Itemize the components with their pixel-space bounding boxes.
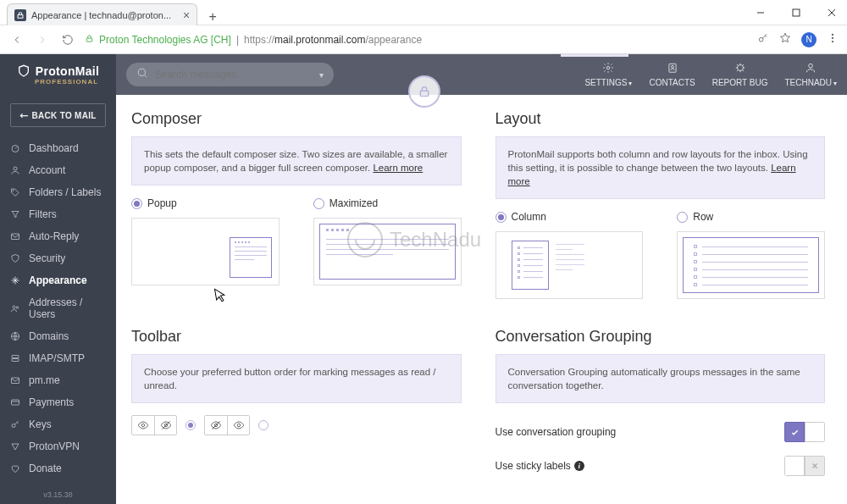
tab-close-icon[interactable]: × <box>183 8 190 22</box>
close-button[interactable] <box>820 3 844 23</box>
tab-title: Appearance | technadu@proton... <box>31 10 171 20</box>
radio-composer-popup[interactable]: Popup <box>131 197 280 209</box>
search-input[interactable] <box>155 69 313 80</box>
svg-point-34 <box>237 424 241 428</box>
toolbar-section: Toolbar Choose your preferred button ord… <box>131 328 462 483</box>
radio-layout-column[interactable]: Column <box>495 211 644 223</box>
svg-point-14 <box>13 306 15 308</box>
composer-learn-more-link[interactable]: Learn more <box>373 163 423 173</box>
svg-point-21 <box>12 424 15 428</box>
active-indicator <box>561 54 628 57</box>
envelope-icon <box>10 231 20 241</box>
toolbar-title: Toolbar <box>131 328 462 346</box>
nav-reload-button[interactable] <box>59 31 76 48</box>
preview-maximized[interactable] <box>313 218 462 285</box>
svg-point-24 <box>607 66 611 69</box>
gear-icon <box>602 62 614 76</box>
nav-settings[interactable]: SETTINGS▾ <box>584 62 632 87</box>
sidebar-item-dashboard[interactable]: Dashboard <box>0 137 116 159</box>
nav-back-button[interactable] <box>8 31 25 48</box>
svg-point-12 <box>13 191 14 191</box>
svg-point-9 <box>832 41 833 42</box>
layout-info: ProtonMail supports both column and row … <box>495 136 826 199</box>
new-tab-button[interactable]: + <box>204 8 221 25</box>
server-icon <box>10 353 20 363</box>
svg-point-8 <box>832 37 833 39</box>
sidebar-item-pmme[interactable]: pm.me <box>0 369 116 391</box>
sidebar-item-domains[interactable]: Domains <box>0 325 116 347</box>
radio-layout-row[interactable]: Row <box>677 211 825 223</box>
search-icon <box>136 67 148 82</box>
svg-point-7 <box>832 34 833 36</box>
close-icon <box>805 456 825 476</box>
nav-contacts[interactable]: CONTACTS <box>649 62 695 87</box>
eye-closed-icon <box>154 416 176 435</box>
eye-open-icon <box>227 416 249 435</box>
back-to-mail-button[interactable]: 🡐 BACK TO MAIL <box>10 103 106 127</box>
preview-row[interactable] <box>677 231 825 299</box>
favicon-icon <box>14 9 26 21</box>
svg-point-11 <box>14 167 17 170</box>
sidebar-item-folders[interactable]: Folders / Labels <box>0 181 116 203</box>
sidebar-item-addresses[interactable]: Addresses / Users <box>0 291 116 325</box>
tag-icon <box>10 187 20 197</box>
url-bar[interactable]: Proton Technologies AG [CH] | https://ma… <box>85 34 749 46</box>
sidebar-item-appearance[interactable]: Appearance <box>0 269 116 291</box>
sidebar-item-autoreply[interactable]: Auto-Reply <box>0 225 116 247</box>
contacts-icon <box>667 62 678 76</box>
sidebar: ProtonMail PROFESSIONAL 🡐 BACK TO MAIL D… <box>0 54 116 504</box>
sidebar-item-account[interactable]: Account <box>0 159 116 181</box>
key-icon[interactable] <box>757 32 769 47</box>
users-icon <box>10 303 20 313</box>
info-icon[interactable]: i <box>574 461 584 471</box>
toolbar-order-unread-read[interactable] <box>204 415 250 435</box>
layout-section: Layout ProtonMail supports both column a… <box>495 110 826 299</box>
toggle-sticky-labels[interactable] <box>784 456 825 476</box>
radio-toolbar-option-2[interactable] <box>258 420 268 430</box>
sidebar-item-protonvpn[interactable]: ProtonVPN <box>0 435 116 457</box>
eye-closed-icon <box>205 416 227 435</box>
radio-composer-maximized[interactable]: Maximized <box>313 197 462 209</box>
radio-icon <box>495 212 507 223</box>
site-lock-icon <box>85 34 94 46</box>
profile-avatar[interactable]: N <box>801 32 817 47</box>
top-bar: ▾ SETTINGS▾ CONTACTS REPORT BUG TECHNADU… <box>116 54 847 95</box>
svg-point-29 <box>141 424 145 428</box>
brand-logo: ProtonMail PROFESSIONAL <box>0 54 116 95</box>
conversation-info: Conversation Grouping automatically grou… <box>495 354 826 403</box>
svg-rect-2 <box>793 9 800 16</box>
sidebar-item-payments[interactable]: Payments <box>0 391 116 413</box>
minimize-button[interactable] <box>749 3 772 23</box>
radio-icon <box>677 212 688 223</box>
svg-point-27 <box>737 65 743 71</box>
preview-column[interactable] <box>495 231 644 299</box>
nav-user-menu[interactable]: TECHNADU▾ <box>784 62 837 87</box>
svg-rect-13 <box>12 234 19 240</box>
star-icon[interactable] <box>779 32 791 47</box>
nav-forward-button[interactable] <box>34 31 51 48</box>
radio-icon <box>131 198 142 209</box>
sidebar-item-filters[interactable]: Filters <box>0 203 116 225</box>
toggle-conversation-grouping[interactable] <box>784 422 825 442</box>
menu-icon[interactable] <box>827 32 839 47</box>
version-label: v3.15.38 <box>0 485 116 504</box>
toolbar-order-read-unread[interactable] <box>131 415 177 435</box>
search-box[interactable]: ▾ <box>126 63 334 86</box>
conversation-section: Conversation Grouping Conversation Group… <box>495 328 826 483</box>
cursor-icon <box>213 286 228 306</box>
browser-tab[interactable]: Appearance | technadu@proton... × <box>7 3 197 25</box>
label-sticky-labels: Use sticky labels <box>495 460 571 472</box>
sidebar-item-security[interactable]: Security <box>0 247 116 269</box>
chevron-down-icon[interactable]: ▾ <box>319 70 324 80</box>
composer-title: Composer <box>131 110 462 128</box>
nav-report-bug[interactable]: REPORT BUG <box>712 62 768 87</box>
sidebar-item-donate[interactable]: Donate <box>0 457 116 479</box>
preview-popup[interactable] <box>131 218 280 285</box>
conversation-title: Conversation Grouping <box>495 328 826 346</box>
address-bar: Proton Technologies AG [CH] | https://ma… <box>0 25 847 54</box>
sidebar-item-imap[interactable]: IMAP/SMTP <box>0 347 116 369</box>
sidebar-item-keys[interactable]: Keys <box>0 413 116 435</box>
mail-icon <box>10 375 20 385</box>
maximize-button[interactable] <box>784 3 808 23</box>
radio-toolbar-option-1[interactable] <box>185 420 196 430</box>
